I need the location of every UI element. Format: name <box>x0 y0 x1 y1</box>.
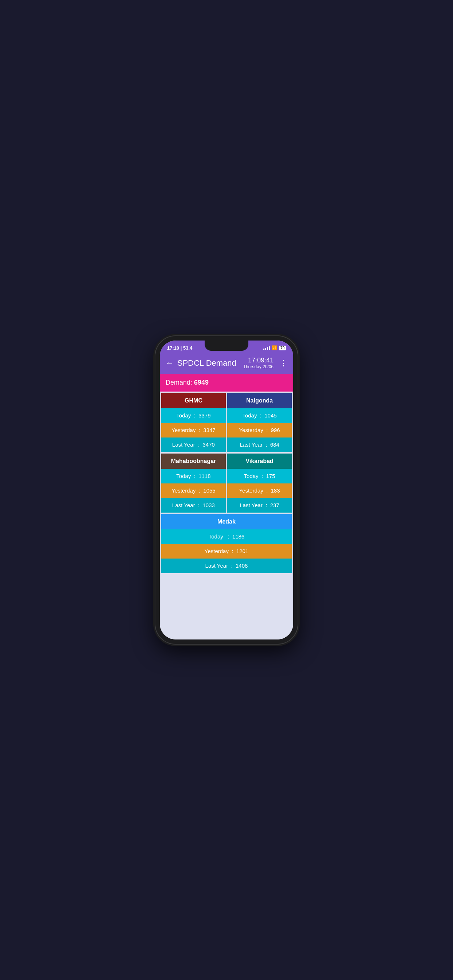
medak-today-row: Today : 1186 <box>161 530 292 544</box>
empty-space <box>160 574 293 604</box>
ghmc-header: GHMC <box>161 393 226 408</box>
app-bar-right-wrapper: 17:09:41 Thursday 20/06 ⋮ <box>243 356 287 369</box>
medak-lastyear-value: Last Year : 1408 <box>205 563 248 569</box>
medak-yesterday-value: Yesterday : 1201 <box>205 548 248 554</box>
app-bar: ← SPDCL Demand 17:09:41 Thursday 20/06 ⋮ <box>160 354 293 374</box>
status-icons: 📶 79 <box>263 345 286 350</box>
vikarabad-title: Vikarabad <box>246 458 273 464</box>
content-area: Demand: 6949 GHMC Today : 3379 <box>160 374 293 640</box>
vikarabad-card: Vikarabad Today : 175 Yesterday : 183 <box>227 453 292 512</box>
phone-frame: 17:10 | 53.4 📶 79 ← SPDCL Demand 17 <box>155 336 298 644</box>
mahaboobnagar-title: Mahaboobnagar <box>171 458 216 464</box>
notch <box>205 340 248 351</box>
mahaboobnagar-yesterday-value: Yesterday : 1055 <box>171 487 215 494</box>
vikarabad-today-row: Today : 175 <box>227 469 292 484</box>
app-title: SPDCL Demand <box>177 358 236 368</box>
wifi-icon: 📶 <box>272 345 277 350</box>
ghmc-lastyear-value: Last Year : 3470 <box>172 442 215 448</box>
demand-banner: Demand: 6949 <box>160 374 293 391</box>
nalgonda-lastyear-row: Last Year : 684 <box>227 438 292 452</box>
vikarabad-today-value: Today : 175 <box>244 473 275 479</box>
medak-header: Medak <box>161 514 292 530</box>
grid-row-3: Medak Today : 1186 Yesterday : 1201 <box>161 514 292 573</box>
ghmc-today-row: Today : 3379 <box>161 408 226 423</box>
app-bar-right: 17:09:41 Thursday 20/06 <box>243 356 274 369</box>
battery-icon: 79 <box>279 345 286 350</box>
ghmc-yesterday-value: Yesterday : 3347 <box>171 427 215 433</box>
phone-screen: 17:10 | 53.4 📶 79 ← SPDCL Demand 17 <box>160 340 293 640</box>
ghmc-card: GHMC Today : 3379 Yesterday : 3347 <box>161 393 226 452</box>
nalgonda-header: Nalgonda <box>227 393 292 408</box>
medak-title: Medak <box>217 519 236 525</box>
mahaboobnagar-today-value: Today : 1118 <box>176 473 211 479</box>
ghmc-yesterday-row: Yesterday : 3347 <box>161 423 226 438</box>
regions-grid: GHMC Today : 3379 Yesterday : 3347 <box>160 391 293 574</box>
mahaboobnagar-lastyear-row: Last Year : 1033 <box>161 498 226 512</box>
nalgonda-yesterday-row: Yesterday : 996 <box>227 423 292 438</box>
nalgonda-lastyear-value: Last Year : 684 <box>239 442 279 448</box>
mahaboobnagar-yesterday-row: Yesterday : 1055 <box>161 484 226 498</box>
vikarabad-lastyear-value: Last Year : 237 <box>239 502 279 508</box>
ghmc-title: GHMC <box>185 398 203 404</box>
mahaboobnagar-header: Mahaboobnagar <box>161 453 226 469</box>
app-bar-left: ← SPDCL Demand <box>166 358 236 368</box>
vikarabad-header: Vikarabad <box>227 453 292 469</box>
ghmc-today-value: Today : 3379 <box>176 412 211 418</box>
mahaboobnagar-card: Mahaboobnagar Today : 1118 Yesterday : 1… <box>161 453 226 512</box>
grid-row-1: GHMC Today : 3379 Yesterday : 3347 <box>161 393 292 452</box>
grid-row-2: Mahaboobnagar Today : 1118 Yesterday : 1… <box>161 453 292 512</box>
nalgonda-yesterday-value: Yesterday : 996 <box>239 427 280 433</box>
demand-value: 6949 <box>194 379 209 386</box>
medak-lastyear-row: Last Year : 1408 <box>161 558 292 573</box>
mahaboobnagar-today-row: Today : 1118 <box>161 469 226 484</box>
back-button[interactable]: ← <box>166 359 174 367</box>
app-date: Thursday 20/06 <box>243 364 274 369</box>
medak-today-value: Today : 1186 <box>209 533 244 539</box>
nalgonda-today-value: Today : 1045 <box>242 412 276 418</box>
demand-label: Demand: 6949 <box>166 379 209 386</box>
medak-card: Medak Today : 1186 Yesterday : 1201 <box>161 514 292 573</box>
more-menu-button[interactable]: ⋮ <box>279 358 287 368</box>
vikarabad-yesterday-value: Yesterday : 183 <box>239 487 280 494</box>
nalgonda-card: Nalgonda Today : 1045 Yesterday : 996 <box>227 393 292 452</box>
vikarabad-lastyear-row: Last Year : 237 <box>227 498 292 512</box>
nalgonda-title: Nalgonda <box>246 398 273 404</box>
signal-bars-icon <box>263 345 270 350</box>
nalgonda-today-row: Today : 1045 <box>227 408 292 423</box>
status-time: 17:10 | 53.4 <box>167 345 192 351</box>
ghmc-lastyear-row: Last Year : 3470 <box>161 438 226 452</box>
app-time: 17:09:41 <box>243 356 274 364</box>
medak-yesterday-row: Yesterday : 1201 <box>161 544 292 558</box>
mahaboobnagar-lastyear-value: Last Year : 1033 <box>172 502 215 508</box>
vikarabad-yesterday-row: Yesterday : 183 <box>227 484 292 498</box>
